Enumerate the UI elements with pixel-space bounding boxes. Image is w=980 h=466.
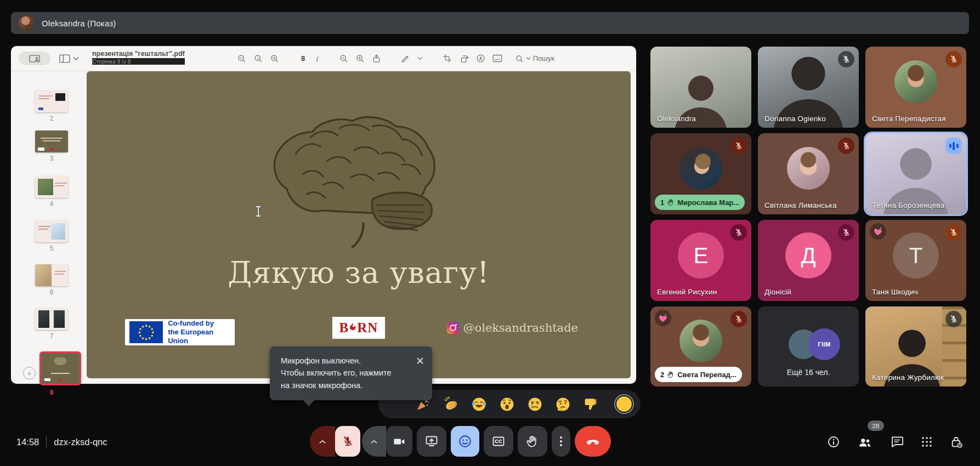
participant-tile[interactable]: Света Перепадистая xyxy=(865,47,966,128)
participant-tile[interactable]: 1 Мирослава Мар... xyxy=(650,133,751,214)
participant-tile[interactable]: Е Евгений Рисухин xyxy=(650,220,751,301)
participant-tile[interactable]: 2 Света Перепад... xyxy=(650,306,751,387)
initial-avatar: Т xyxy=(893,232,939,279)
crop-icon xyxy=(443,54,452,63)
thinking-emoji[interactable] xyxy=(555,396,571,412)
participant-tile-speaking[interactable]: Тетяна Борозенцева xyxy=(865,133,966,214)
barn-logo: B RN xyxy=(332,317,385,339)
pdf-search-label: Пошук xyxy=(533,54,554,62)
participant-tile[interactable]: Катерина Журбилюк xyxy=(865,306,966,387)
thumbnail-page-4 xyxy=(35,176,68,198)
overflow-participants-tile[interactable]: ГІІМ Ещё 16 чел. xyxy=(758,306,859,387)
markup-chevron-icon xyxy=(417,56,423,60)
camera-options-chevron[interactable] xyxy=(362,426,386,457)
participant-name: Катерина Журбилюк xyxy=(872,373,944,382)
mic-off-badge xyxy=(945,311,962,327)
people-panel-button[interactable] xyxy=(858,435,872,450)
google-meet-window: Oleksandra (Показ) презентація "гештальт… xyxy=(0,0,980,466)
markup-pencil-icon xyxy=(401,54,410,63)
eu-flag-icon xyxy=(129,321,163,344)
divider xyxy=(46,436,47,447)
raised-hand-icon xyxy=(667,371,675,378)
presenter-avatar xyxy=(19,15,34,31)
tooltip-tail xyxy=(303,400,315,406)
camera-button[interactable] xyxy=(386,426,412,457)
zoom-in-icon xyxy=(270,54,279,63)
participant-tile[interactable]: Т Таня Шкодич xyxy=(865,220,966,301)
end-call-button[interactable] xyxy=(575,426,611,457)
presenter-banner[interactable]: Oleksandra (Показ) xyxy=(11,12,969,34)
slide-title: Дякую за увагу! xyxy=(87,255,631,290)
heart-reaction-icon xyxy=(655,310,671,326)
participant-tile[interactable]: Д Діонісій xyxy=(758,220,859,301)
magnify-minus-icon xyxy=(339,54,348,63)
magnify-plus-icon xyxy=(355,54,365,63)
pdf-toolbar: презентація "гештальт".pdf Сторінка 8 із… xyxy=(11,46,636,71)
tooltip-line: Микрофон выключен. xyxy=(281,355,421,367)
mic-off-badge xyxy=(838,224,854,241)
surprised-emoji[interactable] xyxy=(499,396,515,412)
tooltip-line: на значок микрофона. xyxy=(281,379,421,391)
markup-toolbar-icon xyxy=(19,52,50,65)
thumbnail-page-8-selected xyxy=(39,351,81,385)
pdf-thumbnail-sidebar: 2 3 4 5 6 7 8 + xyxy=(11,71,87,384)
raised-hand-icon xyxy=(667,198,675,206)
brain-illustration xyxy=(256,106,475,262)
joy-emoji[interactable] xyxy=(471,396,487,412)
zoom-out-icon xyxy=(237,54,246,63)
heart-reaction-icon xyxy=(870,223,886,240)
thumbnail-page-3 xyxy=(35,130,68,152)
thumbnail-number: 7 xyxy=(11,332,92,340)
pdf-page-status: Сторінка 8 із 8 xyxy=(92,58,185,65)
participant-name: Таня Шкодич xyxy=(872,288,918,296)
mic-options-chevron[interactable] xyxy=(310,426,335,457)
presenter-name: Oleksandra (Показ) xyxy=(42,19,116,28)
raised-hand-pill: 2 Света Перепад... xyxy=(655,367,742,382)
close-icon[interactable]: ✕ xyxy=(416,353,424,369)
clapping-hands-emoji[interactable] xyxy=(443,396,459,412)
mic-off-badge xyxy=(730,311,747,327)
participant-name: Oleksandra xyxy=(657,115,696,123)
thumbnail-page-6 xyxy=(35,264,68,286)
thumbnail-page-7 xyxy=(35,308,68,330)
annotate-icon xyxy=(476,54,485,63)
zoom-actual-icon: 1 xyxy=(253,54,263,63)
avatar xyxy=(679,320,722,362)
avatar xyxy=(894,60,937,103)
present-screen-button[interactable] xyxy=(417,426,446,457)
mic-off-badge xyxy=(838,138,854,154)
participant-tile[interactable]: Світлана Лиманська xyxy=(758,133,859,214)
meeting-code: dzx-zksd-qnc xyxy=(54,437,107,447)
sidebar-zoom-icon: + xyxy=(23,367,36,379)
activities-grid-button[interactable] xyxy=(920,435,933,448)
participant-tile[interactable]: Oleksandra xyxy=(650,47,751,128)
more-options-button[interactable] xyxy=(552,426,570,457)
crying-emoji[interactable] xyxy=(527,396,543,412)
participant-name: Тетяна Борозенцева xyxy=(872,201,944,209)
screen-share-region[interactable]: презентація "гештальт".pdf Сторінка 8 із… xyxy=(11,46,636,384)
thumbnail-page-2 xyxy=(35,90,68,112)
thumbnail-number: 2 xyxy=(11,115,92,122)
meeting-details-button[interactable] xyxy=(827,435,840,448)
avatar xyxy=(787,147,830,190)
initial-avatar: Д xyxy=(785,232,831,279)
participant-count-badge: 28 xyxy=(868,420,884,431)
chat-panel-button[interactable] xyxy=(891,435,904,448)
mic-mute-button[interactable] xyxy=(335,426,360,457)
avatar xyxy=(679,147,722,190)
reactions-button-active[interactable] xyxy=(451,426,479,457)
slide-canvas: Дякую за увагу! Co-funded by the Europea… xyxy=(87,71,631,378)
raise-hand-button[interactable] xyxy=(518,426,547,457)
mic-off-badge xyxy=(945,51,962,67)
thumbs-down-emoji[interactable] xyxy=(583,396,599,412)
overflow-avatar-logo: ГІІМ xyxy=(808,328,840,360)
skin-tone-selector[interactable] xyxy=(615,395,633,413)
participant-name: Діонісій xyxy=(764,288,791,296)
captions-button[interactable] xyxy=(484,426,513,457)
host-controls-button[interactable] xyxy=(950,435,964,449)
participant-name: Світлана Лиманська xyxy=(764,201,837,209)
participant-tile[interactable]: Dorianna Ogienko xyxy=(758,47,859,128)
share-icon xyxy=(372,54,381,64)
participant-name: Евгений Рисухин xyxy=(657,288,717,296)
page-number-field: 8 xyxy=(299,54,307,62)
